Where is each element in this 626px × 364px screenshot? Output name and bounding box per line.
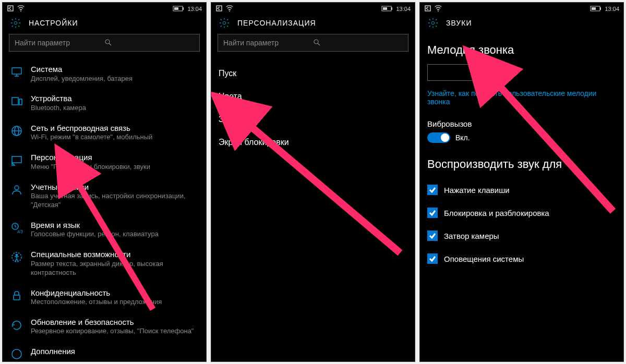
wifi-icon [226, 5, 233, 13]
gear-icon [427, 17, 439, 29]
svg-point-1 [20, 10, 21, 11]
check-system-notifications[interactable]: Оповещения системы [420, 247, 623, 270]
svg-rect-37 [600, 7, 601, 10]
lock-icon [10, 289, 23, 302]
gear-icon [219, 17, 230, 29]
screen-sounds: 13:04 ЗВУКИ Мелодия звонка Узнайте, как … [419, 2, 624, 362]
page-title: ПЕРСОНАЛИЗАЦИЯ [237, 19, 316, 27]
personalization-list: Пуск Цвета Звуки Экран блокировки [211, 57, 415, 159]
item-sounds[interactable]: Звуки [211, 108, 415, 131]
globe-icon [10, 124, 23, 138]
header: НАСТРОЙКИ [3, 14, 206, 34]
check-lock-unlock[interactable]: Блокировка и разблокировка [420, 201, 623, 224]
svg-rect-22 [14, 295, 20, 300]
status-bar: 13:04 [3, 3, 206, 14]
svg-rect-3 [183, 7, 184, 10]
svg-line-32 [318, 43, 320, 45]
search-input[interactable]: Найти параметр [9, 34, 200, 52]
back-icon [424, 5, 431, 13]
search-input[interactable]: Найти параметр [218, 34, 408, 52]
settings-item-network[interactable]: Сеть и беспроводная связьWi-Fi, режим "в… [3, 118, 206, 147]
screen-personalization: 13:04 ПЕРСОНАЛИЗАЦИЯ Найти параметр Пуск… [211, 2, 415, 362]
gear-icon [10, 17, 21, 29]
status-time: 13:04 [187, 6, 202, 12]
devices-icon [10, 94, 23, 108]
svg-point-23 [12, 349, 21, 359]
settings-item-update[interactable]: Обновление и безопасностьРезервное копир… [3, 312, 206, 341]
custom-ringtones-link[interactable]: Узнайте, как получить пользовательские м… [420, 89, 623, 115]
settings-item-privacy[interactable]: КонфиденциальностьМестоположение, отзывы… [3, 283, 206, 312]
status-time: 13:04 [605, 6, 619, 12]
battery-icon [173, 6, 184, 13]
check-camera-shutter[interactable]: Затвор камеры [420, 224, 623, 247]
refresh-icon [10, 318, 23, 332]
svg-line-7 [109, 43, 111, 45]
ringtone-dropdown[interactable] [427, 64, 511, 81]
item-start[interactable]: Пуск [211, 62, 415, 85]
checkbox-icon [427, 208, 438, 218]
svg-rect-4 [174, 7, 178, 10]
settings-item-accounts[interactable]: Учетные записиВаша учетная запись, настр… [3, 177, 206, 215]
svg-point-26 [229, 10, 230, 11]
extras-icon [10, 347, 23, 361]
svg-rect-29 [383, 7, 387, 10]
svg-rect-28 [391, 7, 392, 10]
battery-icon [381, 6, 393, 13]
vibrate-toggle[interactable] [427, 132, 450, 143]
header: ЗВУКИ [420, 14, 623, 34]
settings-item-accessibility[interactable]: Специальные возможностиРазмер текста, эк… [3, 244, 206, 282]
status-bar: 13:04 [211, 3, 415, 14]
page-title: ЗВУКИ [446, 19, 472, 27]
search-placeholder: Найти параметр [15, 39, 104, 47]
svg-rect-8 [12, 68, 21, 74]
item-colors[interactable]: Цвета [211, 85, 415, 108]
status-bar: 13:04 [420, 3, 623, 14]
checkbox-icon [427, 230, 438, 241]
back-icon [7, 5, 14, 13]
status-time: 13:04 [396, 6, 411, 12]
svg-point-5 [14, 21, 17, 25]
svg-point-35 [438, 10, 439, 11]
wifi-icon [17, 5, 25, 13]
chevron-down-icon [499, 68, 505, 77]
play-sound-title: Воспроизводить звук для [420, 152, 623, 178]
search-icon [313, 39, 403, 47]
settings-item-system[interactable]: СистемаДисплей, уведомления, батарея [3, 59, 206, 88]
checkbox-icon [427, 185, 438, 195]
ringtone-section-title: Мелодия звонка [420, 34, 623, 64]
search-placeholder: Найти параметр [223, 39, 313, 47]
accessibility-icon [10, 250, 23, 264]
svg-point-31 [314, 40, 318, 44]
monitor-icon [10, 65, 23, 79]
screen-settings: 13:04 НАСТРОЙКИ Найти параметр СистемаДи… [2, 2, 207, 362]
svg-point-39 [431, 21, 435, 25]
svg-point-30 [223, 21, 226, 25]
svg-text:A字: A字 [17, 229, 23, 234]
settings-item-time-language[interactable]: A字 Время и языкГолосовые функции, регион… [3, 215, 206, 244]
svg-rect-12 [19, 99, 22, 105]
svg-point-17 [15, 186, 19, 190]
page-title: НАСТРОЙКИ [29, 19, 78, 27]
battery-icon [590, 6, 601, 13]
settings-item-extras[interactable]: Дополнения [3, 341, 206, 362]
settings-item-personalization[interactable]: ПерсонализацияМеню "Пуск", экран блокиро… [3, 147, 206, 176]
vibrate-label: Вибровызов [420, 115, 623, 129]
svg-rect-16 [12, 156, 21, 163]
search-icon [104, 39, 194, 47]
check-keypress[interactable]: Нажатие клавиши [420, 178, 623, 201]
header: ПЕРСОНАЛИЗАЦИЯ [211, 14, 415, 34]
settings-list: СистемаДисплей, уведомления, батарея Уст… [3, 57, 206, 362]
back-icon [215, 5, 223, 13]
checkbox-icon [427, 253, 438, 264]
clock-lang-icon: A字 [10, 221, 23, 235]
svg-rect-38 [592, 7, 596, 10]
item-lockscreen[interactable]: Экран блокировки [211, 131, 415, 154]
wifi-icon [435, 5, 442, 13]
svg-rect-11 [12, 98, 18, 105]
settings-item-devices[interactable]: УстройстваBluetooth, камера [3, 88, 206, 117]
svg-point-6 [105, 40, 110, 44]
brush-icon [10, 153, 23, 167]
vibrate-state: Вкл. [455, 134, 470, 142]
user-icon [10, 183, 23, 197]
svg-point-21 [16, 254, 18, 256]
